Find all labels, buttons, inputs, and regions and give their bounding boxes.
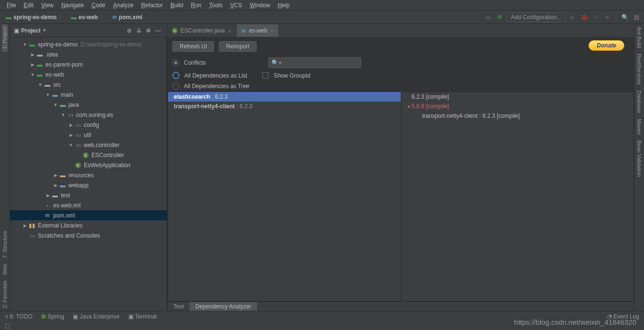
tree-item[interactable]: ▼▬java xyxy=(10,100,167,110)
menu-build[interactable]: Build xyxy=(167,1,187,10)
all-deps-list-label: All Dependencies as List xyxy=(184,72,247,79)
tree-item[interactable]: ▼▭com.suning.es xyxy=(10,110,167,120)
menu-vcs[interactable]: VCS xyxy=(226,1,246,10)
java-enterprise-toolwindow-button[interactable]: ▣ Java Enterprise xyxy=(73,313,120,320)
project-view-dropdown-icon[interactable]: ▼ xyxy=(43,28,46,33)
stop-icon[interactable]: ■ xyxy=(602,12,612,22)
tree-item[interactable]: ▶▮▮External Libraries xyxy=(10,220,167,230)
tree-item[interactable]: ▼▭web.controller xyxy=(10,140,167,150)
tree-item[interactable]: mpom.xml xyxy=(10,210,167,220)
tree-item[interactable]: ▼▬es-web xyxy=(10,69,167,80)
show-groupid-checkbox[interactable] xyxy=(262,72,269,79)
folder-blue-icon: ▬ xyxy=(59,101,67,109)
menu-analyze[interactable]: Analyze xyxy=(109,1,137,10)
dependency-tree-item[interactable]: transport-netty4-client : 6.2.3 [compile… xyxy=(401,111,634,121)
settings-icon[interactable]: ✻ xyxy=(144,26,153,35)
menu-navigate[interactable]: Navigate xyxy=(57,1,88,10)
tree-item[interactable]: ▶▬es-parent-pom xyxy=(10,59,167,69)
folder-icon: ▬ xyxy=(44,81,51,89)
libs-icon: ▮▮ xyxy=(28,222,36,229)
tree-item[interactable]: ▶▬webapp xyxy=(10,180,167,190)
breadcrumb-item[interactable]: m pom.xml xyxy=(110,12,146,22)
project-tree[interactable]: ▼▬spring-es-demoD:\work\spring-es-demo▶▬… xyxy=(10,37,167,311)
tree-item[interactable]: ▼▬spring-es-demoD:\work\spring-es-demo xyxy=(10,39,167,49)
conflicts-radio[interactable] xyxy=(172,59,179,66)
favorites-toolwindow-tab[interactable]: 2: Favorites xyxy=(2,278,8,311)
run-icon[interactable]: ▶ xyxy=(568,12,577,22)
web-toolwindow-tab[interactable]: Web xyxy=(2,261,8,277)
module-icon: ▬ xyxy=(36,71,44,79)
menu-refactor[interactable]: Refactor xyxy=(137,1,167,10)
dependency-list-left[interactable]: elasticsearch : 6.2.3transport-netty4-cl… xyxy=(168,91,401,301)
editor-bottom-tab[interactable]: Dependency Analyzer xyxy=(190,302,257,311)
file-icon: ▫ xyxy=(44,202,51,209)
menubar: FileEditViewNavigateCodeAnalyzeRefactorB… xyxy=(0,0,644,11)
tree-item[interactable]: cEsWebApplication xyxy=(10,160,167,170)
tree-item[interactable]: ▶▭util xyxy=(10,130,167,140)
all-deps-list-radio[interactable] xyxy=(172,72,180,79)
menu-view[interactable]: View xyxy=(37,1,57,10)
add-configuration-dropdown[interactable]: Add Configuration... xyxy=(507,12,566,22)
statusbar: ≡ 6: TODO ✿ Spring ▣ Java Enterprise ▣ T… xyxy=(0,311,644,321)
editor-bottom-tab[interactable]: Text xyxy=(168,302,190,311)
reimport-button[interactable]: Reimport xyxy=(219,41,257,52)
debug-icon[interactable]: 🐞 xyxy=(579,12,589,22)
all-deps-tree-radio[interactable] xyxy=(172,83,179,90)
todo-toolwindow-button[interactable]: ≡ 6: TODO xyxy=(5,313,33,320)
close-icon[interactable]: × xyxy=(228,27,232,34)
spring-toolwindow-button[interactable]: ✿ Spring xyxy=(41,313,64,320)
hide-icon[interactable]: — xyxy=(153,26,163,35)
dependency-tree-item[interactable]: 6.2.3 [compile] xyxy=(401,92,634,102)
menu-window[interactable]: Window xyxy=(246,1,274,10)
tree-item[interactable]: ▶▬resources xyxy=(10,170,167,180)
structure-toolwindow-tab[interactable]: 7: Structure xyxy=(2,228,8,261)
ant-build-tab[interactable]: Ant Build xyxy=(636,24,642,51)
breadcrumb-item[interactable]: ▬ es-web〉 xyxy=(68,12,109,22)
m-icon: m xyxy=(44,212,51,219)
event-log-button[interactable]: ◔ Event Log xyxy=(607,313,639,320)
package-icon: ▭ xyxy=(74,121,82,129)
tree-item[interactable]: cESController xyxy=(10,150,167,160)
show-tool-windows-icon[interactable]: ▢ xyxy=(5,322,10,329)
maven-tab[interactable]: Maven xyxy=(636,116,642,137)
tree-item[interactable]: ▼▬src xyxy=(10,80,167,90)
project-panel-title[interactable]: Project xyxy=(21,27,41,34)
tree-item[interactable]: ▼▬main xyxy=(10,90,167,100)
editor-tab[interactable]: mes-web× xyxy=(237,24,279,37)
close-icon[interactable]: × xyxy=(270,27,274,34)
tree-item[interactable]: ▭Scratches and Consoles xyxy=(10,230,167,240)
menu-run[interactable]: Run xyxy=(187,1,205,10)
dependency-item[interactable]: transport-netty4-client : 6.2.3 xyxy=(168,102,401,111)
collapse-all-icon[interactable]: ⇊ xyxy=(134,26,144,35)
database-tab[interactable]: Database xyxy=(636,88,642,116)
dependency-tree-item[interactable]: ▼5.6.8 [compile] xyxy=(401,102,634,111)
package-icon: ▭ xyxy=(74,141,82,149)
device-icon[interactable]: ▭ xyxy=(484,12,493,22)
refresh-ui-button[interactable]: Refresh UI xyxy=(172,41,214,52)
dependency-item[interactable]: elasticsearch : 6.2.3 xyxy=(168,92,401,102)
project-toolwindow-tab[interactable]: 1: Project xyxy=(2,24,8,52)
tree-item[interactable]: ▶▬.idea xyxy=(10,49,167,59)
bean-validation-tab[interactable]: Bean Validation xyxy=(636,137,642,180)
hammer-icon[interactable]: ⚒ xyxy=(495,12,505,22)
rerun-icon[interactable]: ↻ xyxy=(591,12,600,22)
rest-services-tab[interactable]: RestServices xyxy=(636,51,642,88)
dependency-search-input[interactable]: 🔍▾ xyxy=(268,57,361,68)
tree-item[interactable]: ▫es-web.iml xyxy=(10,200,167,210)
locate-icon[interactable]: ⊕ xyxy=(124,26,134,35)
editor-tab[interactable]: cESController.java× xyxy=(167,24,237,37)
tree-item[interactable]: ▶▭config xyxy=(10,120,167,130)
menu-code[interactable]: Code xyxy=(88,1,109,10)
menu-tools[interactable]: Tools xyxy=(205,1,226,10)
menu-edit[interactable]: Edit xyxy=(20,1,37,10)
menu-help[interactable]: Help xyxy=(274,1,294,10)
tree-item[interactable]: ▶▬test xyxy=(10,190,167,200)
breadcrumb-item[interactable]: ▬ spring-es-demo〉 xyxy=(3,12,67,22)
menu-file[interactable]: File xyxy=(3,1,20,10)
dependency-tree-right[interactable]: 6.2.3 [compile]▼5.6.8 [compile]transport… xyxy=(401,91,634,301)
package-icon: ▭ xyxy=(67,111,74,119)
search-everywhere-icon[interactable]: 🔍 xyxy=(620,12,630,22)
project-structure-icon[interactable]: ▤ xyxy=(632,12,641,22)
terminal-toolwindow-button[interactable]: ▣ Terminal xyxy=(128,313,157,320)
donate-button[interactable]: Donate xyxy=(588,40,624,51)
